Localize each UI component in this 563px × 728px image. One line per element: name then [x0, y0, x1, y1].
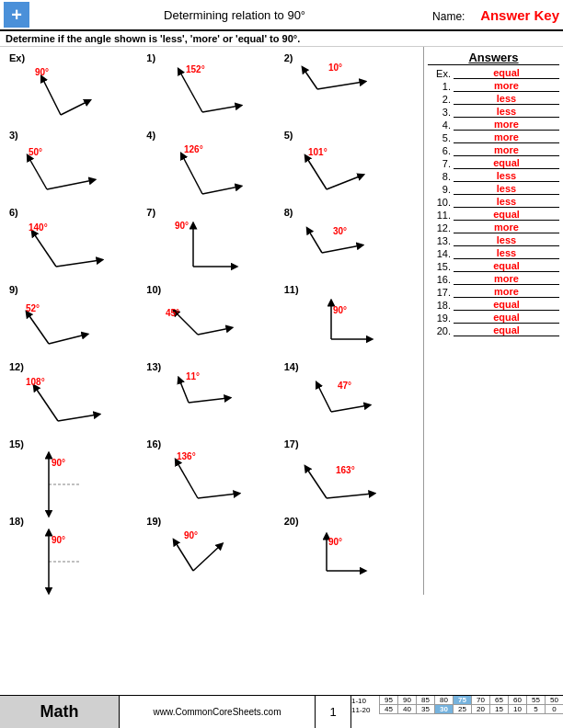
answer-num-7: 7. — [428, 158, 454, 169]
angle-svg-5: 101° — [290, 139, 382, 208]
score-label-1: 1-10 — [351, 696, 379, 705]
score-cell-25: 25 — [453, 705, 471, 714]
answer-row-7: 7. equal — [428, 157, 559, 169]
problem-num-3: 3) — [9, 130, 18, 141]
svg-line-40 — [189, 398, 228, 403]
answer-row-1: 1. more — [428, 80, 559, 92]
svg-line-49 — [177, 461, 198, 498]
svg-line-25 — [322, 245, 361, 253]
problem-row-2: 3) 50° 4) 126° — [6, 128, 418, 201]
answer-num-6: 6. — [428, 145, 454, 156]
svg-line-12 — [182, 155, 202, 194]
name-label: Name: — [432, 10, 465, 23]
answer-row-2: 2. less — [428, 93, 559, 105]
answer-val-4: more — [454, 119, 559, 131]
answer-num-8: 8. — [428, 171, 454, 182]
answer-val-1: more — [454, 80, 559, 92]
answer-row-18: 18. equal — [428, 299, 559, 311]
angle-svg-16: 136° — [156, 448, 248, 521]
answer-row-10: 10. less — [428, 196, 559, 208]
svg-text:90°: 90° — [175, 221, 189, 231]
problem-14: 14) 47° — [281, 359, 418, 433]
svg-line-27 — [28, 313, 49, 344]
svg-line-39 — [179, 380, 189, 403]
answer-key-label: Answer Key — [480, 7, 559, 23]
answer-val-12: more — [454, 222, 559, 233]
answer-val-ex: equal — [454, 67, 559, 79]
angle-svg-7: 90° — [156, 216, 248, 285]
svg-line-7 — [317, 82, 363, 89]
svg-text:90°: 90° — [35, 67, 49, 77]
angle-svg-13: 11° — [156, 370, 248, 439]
problem-5: 5) 101° — [281, 128, 418, 201]
svg-text:90°: 90° — [333, 305, 347, 315]
problem-row-5: 12) 108° 13) 11° — [6, 359, 418, 433]
svg-line-59 — [175, 541, 193, 571]
svg-text:90°: 90° — [328, 537, 342, 547]
angle-svg-9: 52° — [17, 293, 109, 362]
answer-row-5: 5. more — [428, 131, 559, 143]
answer-num-17: 17. — [428, 287, 454, 298]
answer-val-19: equal — [454, 312, 559, 324]
answer-val-5: more — [454, 131, 559, 143]
answer-val-10: less — [454, 196, 559, 208]
answer-val-9: less — [454, 183, 559, 195]
answer-val-15: equal — [454, 260, 559, 272]
score-cell-90: 90 — [397, 696, 416, 705]
angle-svg-8: 30° — [294, 216, 386, 285]
answer-num-14: 14. — [428, 248, 454, 259]
svg-line-24 — [308, 230, 322, 253]
score-cell-50: 50 — [545, 696, 563, 705]
angle-svg-17: 163° — [290, 448, 391, 521]
angle-svg-12: 108° — [17, 370, 109, 439]
instructions: Determine if the angle shown is 'less', … — [0, 31, 563, 47]
angle-svg-4: 126° — [156, 139, 248, 208]
svg-text:52°: 52° — [26, 303, 40, 313]
score-cell-35: 35 — [416, 705, 434, 714]
angle-svg-1: 152° — [156, 62, 258, 126]
problem-row-1: Ex) 90° 1) 152° — [6, 51, 418, 124]
score-row-1: 1-10 95 90 85 80 75 70 65 60 55 50 — [351, 696, 563, 705]
svg-line-28 — [49, 335, 86, 344]
score-label-2: 11-20 — [351, 705, 379, 714]
page-title: Determining relation to 90° — [37, 8, 432, 22]
answer-val-14: less — [454, 247, 559, 259]
answer-val-13: less — [454, 234, 559, 246]
answer-row-19: 19. equal — [428, 312, 559, 324]
answer-num-11: 11. — [428, 210, 454, 221]
answer-val-3: less — [454, 106, 559, 118]
problem-row-4: 9) 52° 10) 45° — [6, 282, 418, 356]
name-area: Name: Answer Key — [432, 7, 559, 23]
problem-1: 1) 152° — [143, 51, 280, 124]
problem-row-7: 18) 90° 19) 90° — [6, 514, 418, 587]
score-cell-15: 15 — [489, 705, 508, 714]
answer-row-6: 6. more — [428, 144, 559, 156]
angle-svg-19: 90° — [156, 525, 248, 598]
angle-svg-2: 10° — [290, 62, 391, 126]
score-cell-70: 70 — [471, 696, 489, 705]
svg-text:10°: 10° — [328, 63, 342, 73]
answer-val-8: less — [454, 170, 559, 182]
answer-row-20: 20. equal — [428, 324, 559, 336]
angle-svg-14: 47° — [290, 370, 391, 439]
title-text: Determining relation to 90° — [164, 8, 305, 22]
answer-num-20: 20. — [428, 325, 454, 336]
answer-num-9: 9. — [428, 184, 454, 195]
answer-val-11: equal — [454, 209, 559, 221]
problem-row-6: 15) 90° 16) 136° — [6, 437, 418, 510]
svg-text:90°: 90° — [52, 535, 65, 545]
answer-num-1: 1. — [428, 81, 454, 92]
problem-num-4: 4) — [146, 130, 155, 141]
header: Determining relation to 90° Name: Answer… — [0, 0, 563, 31]
problem-10: 10) 45° — [143, 282, 280, 356]
svg-line-19 — [56, 260, 100, 267]
answer-num-13: 13. — [428, 235, 454, 246]
logo-icon — [4, 2, 29, 28]
score-cell-5: 5 — [526, 705, 545, 714]
svg-text:90°: 90° — [184, 530, 198, 540]
answer-val-18: equal — [454, 299, 559, 311]
svg-line-37 — [58, 415, 98, 421]
angle-svg-18: 90° — [17, 525, 109, 598]
problem-15: 15) 90° — [6, 437, 143, 510]
problem-8: 8) 30° — [281, 205, 418, 279]
